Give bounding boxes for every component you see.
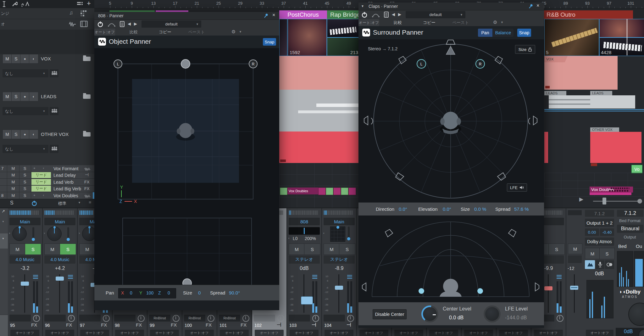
video-thumb-singer2[interactable] [599, 19, 644, 37]
mute-button[interactable]: M [79, 244, 95, 255]
menu-icon[interactable]: ≡ [89, 200, 91, 205]
mini-clip[interactable] [280, 188, 287, 195]
mode-pan-button[interactable]: Pan [478, 29, 492, 37]
chevron-down-icon[interactable]: ▼ [78, 232, 80, 234]
lfe-level-knob[interactable] [484, 305, 501, 322]
group-solo-button[interactable]: S [11, 54, 21, 64]
elevation-handle-right[interactable] [477, 288, 483, 294]
preset-select[interactable]: default▼ [142, 20, 201, 28]
playhead[interactable] [627, 19, 627, 55]
track-preset-select[interactable]: 標準 [58, 201, 66, 206]
power-icon[interactable] [97, 21, 103, 27]
pan-knob[interactable] [12, 227, 27, 241]
instrument-chip[interactable]: RnBInst [219, 315, 240, 322]
automation-mode[interactable]: オート:オフ [325, 330, 353, 336]
dial-icon[interactable] [33, 315, 40, 322]
channel-name[interactable]: Main [9, 218, 41, 225]
direction-value[interactable]: 0.0° [399, 206, 407, 212]
fader-handle[interactable] [335, 286, 343, 290]
channel-sub-label[interactable]: ステレオ [289, 255, 320, 264]
channel-name[interactable]: Main [44, 218, 75, 225]
track-group-chip[interactable]: リード [31, 186, 51, 192]
channel-sub-label[interactable]: ステレオ [324, 255, 355, 264]
close-icon[interactable]: × [272, 12, 275, 18]
clip-leads-1[interactable] [549, 95, 590, 109]
marker-rnb-outro[interactable]: R&B Outro [544, 10, 633, 19]
chevron-down-icon[interactable]: ▼ [2, 220, 4, 223]
preset-file-icon[interactable] [384, 12, 389, 18]
clip-vox-doubles-mid[interactable]: Vox Doubles [287, 188, 319, 194]
chevron-down-icon[interactable]: ▼ [2, 237, 4, 240]
automation-mode[interactable]: オート:オフ [464, 330, 493, 336]
track-monitor-icon[interactable]: ◐ [43, 166, 45, 170]
dial-icon[interactable] [173, 315, 180, 322]
fader-handle[interactable] [544, 286, 552, 290]
solo-all-button[interactable]: S [10, 200, 14, 206]
center-level-value[interactable]: 0.0 dB [449, 315, 464, 321]
folder-icon[interactable] [83, 132, 91, 137]
channel-name[interactable]: 808 [289, 218, 320, 225]
h-scrollbar-handle[interactable] [602, 198, 606, 204]
track-mute-button[interactable]: M [7, 165, 19, 172]
size-value[interactable]: 0.0 % [474, 206, 486, 212]
elevation-handle-left[interactable] [419, 288, 424, 294]
group-solo-button[interactable]: S [11, 92, 21, 101]
group-record-icon[interactable]: ● [20, 92, 30, 101]
dial-icon[interactable] [277, 315, 284, 322]
group-monitor-icon[interactable]: ◐ [29, 54, 38, 64]
dial-icon[interactable] [557, 315, 564, 322]
track-mute-button[interactable]: M [7, 192, 19, 199]
instrument-chip[interactable] [254, 315, 275, 322]
gear-icon[interactable]: ⚙ [493, 20, 497, 25]
video-thumb[interactable] [279, 19, 287, 56]
prev-preset-icon[interactable]: ◀ [128, 21, 131, 26]
dial-icon[interactable] [312, 315, 319, 322]
solo-button[interactable]: S [599, 248, 615, 259]
instrument-chip[interactable] [44, 315, 66, 322]
size-lock-button[interactable]: Size [515, 45, 535, 54]
collapse-icon[interactable]: ▼ [361, 4, 364, 8]
copy-button[interactable]: コピー [151, 29, 179, 36]
delay-value[interactable]: 0.00 [585, 228, 599, 236]
master-volume-readout[interactable]: 0dB [624, 329, 633, 334]
mute-button[interactable]: M [9, 244, 25, 255]
mini-clip[interactable] [333, 188, 341, 195]
atmos-plugin[interactable]: Dolby Atmos [585, 238, 614, 246]
list-icon[interactable] [76, 1, 83, 7]
elevation-value[interactable]: 0.0° [443, 206, 451, 212]
automation-mode[interactable]: オート:オフ [255, 330, 284, 336]
mini-clip[interactable] [348, 188, 356, 195]
chevron-down-icon[interactable]: ▼ [43, 232, 46, 234]
chevron-down-icon[interactable]: ▼ [78, 201, 81, 204]
video-thumb-guitar[interactable]: 213 [327, 37, 359, 56]
channel-sub-label[interactable]: 4.0 Music [9, 255, 41, 264]
automation-mode[interactable]: オート:オフ [45, 330, 74, 336]
prev-preset-icon[interactable]: ◀ [392, 12, 395, 17]
track-row[interactable]: 7MS●◐Vox Formant [0, 165, 94, 172]
wrench-icon[interactable] [11, 1, 18, 7]
snap-button[interactable]: Snap [517, 29, 531, 37]
automation-arc-icon[interactable] [108, 22, 116, 27]
automation-mode[interactable]: オート:オフ [586, 330, 613, 336]
clip-vox-region2[interactable]: VOX [544, 56, 618, 90]
group-solo-button[interactable]: S [11, 130, 21, 139]
channel-strip[interactable]: 808▼L0200%MSステレオ0dB106-6-12-24-36-48103⊣… [287, 208, 322, 336]
z-value[interactable]: 0 [168, 290, 170, 295]
dial-icon[interactable] [242, 315, 249, 322]
track-monitor-icon[interactable]: ◐ [43, 193, 45, 197]
channel-name[interactable]: 7.1.2 [585, 210, 614, 217]
arrow-tool-icon[interactable] [1, 1, 8, 7]
mini-clip[interactable] [341, 188, 348, 195]
automation-mode[interactable]: オート:オフ [10, 330, 39, 336]
mini-slider-handle[interactable] [67, 238, 70, 241]
instrument-chip[interactable]: RnBInst [184, 315, 205, 322]
clip-vox-region[interactable] [279, 56, 358, 90]
channel-strip-master[interactable]: 7.1.2 Bed Format Binaural Output Bed Ou … [616, 208, 644, 336]
video-thumb-guitar2[interactable]: 5 [544, 19, 599, 56]
track-row[interactable]: MSリードLead Big VerbFX [0, 185, 94, 192]
mini-clip[interactable] [326, 188, 333, 195]
video-thumb-keys[interactable] [327, 19, 359, 37]
instrument-chip[interactable] [114, 315, 136, 322]
instrument-chip[interactable] [289, 315, 310, 322]
track-group-chip[interactable]: リード [31, 179, 51, 185]
